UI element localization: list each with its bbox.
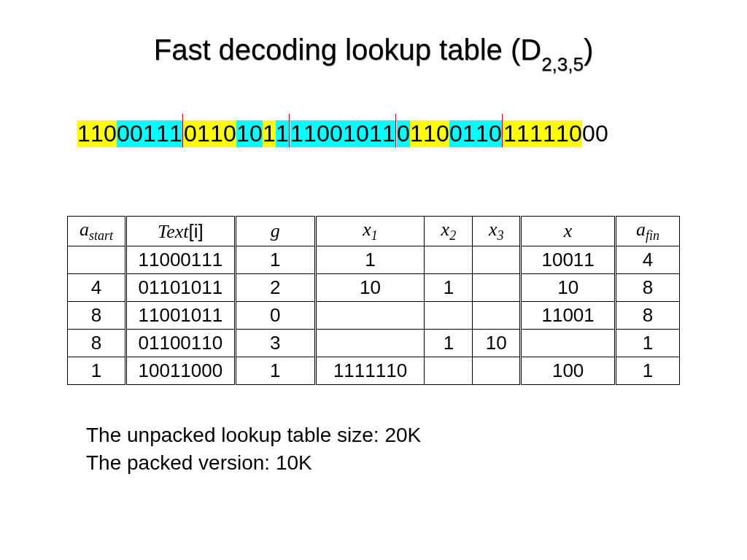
cell-astart: 1 <box>68 357 126 385</box>
hdr-g: g <box>271 220 280 241</box>
cell-x1: 1111110 <box>315 357 425 385</box>
col-x: x <box>521 217 616 246</box>
cell-afin: 8 <box>616 302 680 330</box>
cell-astart <box>68 246 126 274</box>
cell-x1: 10 <box>315 274 425 302</box>
cell-x2: 1 <box>425 330 473 357</box>
cell-x3 <box>473 246 521 274</box>
bit-segment: 0110 <box>449 120 502 147</box>
cell-x2 <box>425 302 473 330</box>
cell-x2 <box>425 246 473 274</box>
cell-text: 11001011 <box>125 302 235 330</box>
cell-x2 <box>425 357 473 385</box>
cell-g: 1 <box>235 357 315 385</box>
cell-x1: 1 <box>315 246 425 274</box>
table-row: 110011000111111101001 <box>68 357 680 385</box>
cell-afin: 4 <box>616 246 680 274</box>
cell-x <box>521 330 616 357</box>
cell-g: 0 <box>235 302 315 330</box>
bit-segment: 111110 <box>503 120 582 147</box>
slide-title: Fast decoding lookup table (D2,3,5) <box>0 34 747 71</box>
bit-segment: 0110 <box>184 120 236 147</box>
cell-g: 1 <box>235 246 315 274</box>
bitstring: 1100011101101011110010110110011011111000 <box>77 108 608 147</box>
cell-x3 <box>473 274 521 302</box>
col-x2: x2 <box>425 217 473 246</box>
lookup-table-wrap: astart Text[i] g x1 x2 x3 x afin 1100011… <box>67 216 680 385</box>
footer-notes: The unpacked lookup table size: 20K The … <box>86 421 421 477</box>
cell-x3 <box>473 357 521 385</box>
hdr-start: start <box>89 228 113 243</box>
bit-segment: 00 <box>582 120 608 147</box>
table-body: 1100011111100114401101011210110881100101… <box>68 246 680 385</box>
bit-segment: 1 <box>276 120 289 147</box>
col-g: g <box>235 217 315 246</box>
cell-g: 3 <box>235 330 315 357</box>
hdr-x2-sub: 2 <box>449 228 456 243</box>
cell-afin: 8 <box>616 274 680 302</box>
cell-afin: 1 <box>616 330 680 357</box>
col-x3: x3 <box>473 217 521 246</box>
table-row: 4011010112101108 <box>68 274 680 302</box>
lookup-table: astart Text[i] g x1 x2 x3 x afin 1100011… <box>67 216 680 385</box>
hdr-a: a <box>80 219 89 240</box>
col-afin: afin <box>616 217 680 246</box>
cell-afin: 1 <box>616 357 680 385</box>
byte-separator <box>502 114 503 147</box>
byte-separator <box>395 114 396 147</box>
cell-x1 <box>315 302 425 330</box>
cell-x: 10 <box>521 274 616 302</box>
col-astart: astart <box>68 217 126 246</box>
hdr-x3: x <box>489 219 498 240</box>
hdr-x: x <box>564 220 573 241</box>
cell-astart: 8 <box>68 302 126 330</box>
table-header-row: astart Text[i] g x1 x2 x3 x afin <box>68 217 680 246</box>
hdr-text-idx: [i] <box>188 220 203 242</box>
cell-x1 <box>315 330 425 357</box>
cell-x2: 1 <box>425 274 473 302</box>
hdr-x1: x <box>363 219 371 240</box>
byte-separator <box>289 114 290 147</box>
hdr-x1-sub: 1 <box>371 228 378 243</box>
cell-astart: 4 <box>68 274 126 302</box>
cell-x3: 10 <box>473 330 521 357</box>
cell-text: 01100110 <box>125 330 235 357</box>
col-x1: x1 <box>315 217 425 246</box>
cell-text: 11000111 <box>125 246 235 274</box>
hdr-text: Text <box>158 221 188 242</box>
title-subscript: 2,3,5 <box>541 53 584 75</box>
cell-x: 10011 <box>521 246 616 274</box>
bit-segment: 11001011 <box>290 120 395 147</box>
note-packed: The packed version: 10K <box>86 449 421 477</box>
cell-text: 01101011 <box>125 274 235 302</box>
hdr-afin: a <box>636 219 646 240</box>
hdr-x2: x <box>441 219 450 240</box>
bit-segment: 10 <box>236 120 263 147</box>
cell-x: 100 <box>521 357 616 385</box>
bit-segment: 0 <box>397 120 410 147</box>
cell-x3 <box>473 302 521 330</box>
table-row: 8110010110110018 <box>68 302 680 330</box>
bit-segment: 00111 <box>117 120 182 147</box>
table-row: 80110011031101 <box>68 330 680 357</box>
cell-g: 2 <box>235 274 315 302</box>
cell-x: 11001 <box>521 302 616 330</box>
bit-segment: 110 <box>410 120 449 147</box>
slide: Fast decoding lookup table (D2,3,5) 1100… <box>0 0 747 560</box>
note-unpacked: The unpacked lookup table size: 20K <box>86 421 421 449</box>
title-prefix: Fast decoding lookup table (D <box>154 34 541 66</box>
title-suffix: ) <box>584 34 593 66</box>
table-row: 1100011111100114 <box>68 246 680 274</box>
cell-text: 10011000 <box>125 357 235 385</box>
col-text: Text[i] <box>125 217 235 246</box>
bit-segment: 110 <box>77 120 117 147</box>
byte-separator <box>182 114 183 147</box>
bit-segment: 1 <box>263 120 276 147</box>
cell-astart: 8 <box>68 330 126 357</box>
hdr-afin-sub: fin <box>646 228 659 243</box>
hdr-x3-sub: 3 <box>498 228 504 243</box>
